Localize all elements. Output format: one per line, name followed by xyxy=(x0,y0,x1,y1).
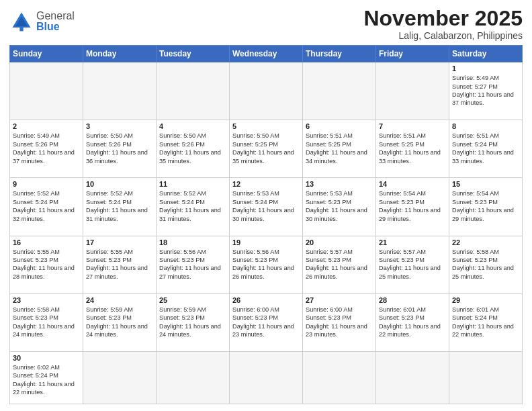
day-number: 25 xyxy=(159,296,226,304)
table-row: 3Sunrise: 5:50 AMSunset: 5:26 PMDaylight… xyxy=(83,120,157,178)
day-info: Sunrise: 5:51 AMSunset: 5:25 PMDaylight:… xyxy=(379,132,446,165)
day-info: Sunrise: 6:01 AMSunset: 5:24 PMDaylight:… xyxy=(452,306,519,339)
page: General Blue November 2025 Lalig, Calaba… xyxy=(0,0,532,411)
calendar-week-row: 1Sunrise: 5:49 AMSunset: 5:27 PMDaylight… xyxy=(10,62,523,120)
table-row: 6Sunrise: 5:51 AMSunset: 5:25 PMDaylight… xyxy=(303,120,376,178)
day-info: Sunrise: 5:53 AMSunset: 5:24 PMDaylight:… xyxy=(232,189,300,223)
day-info: Sunrise: 5:58 AMSunset: 5:23 PMDaylight:… xyxy=(13,306,80,339)
table-row xyxy=(230,351,303,404)
table-row: 11Sunrise: 5:52 AMSunset: 5:24 PMDayligh… xyxy=(157,178,230,236)
calendar-week-row: 23Sunrise: 5:58 AMSunset: 5:23 PMDayligh… xyxy=(10,293,523,351)
day-number: 15 xyxy=(452,180,519,188)
day-info: Sunrise: 5:56 AMSunset: 5:23 PMDaylight:… xyxy=(232,248,300,281)
logo-blue: Blue xyxy=(36,21,75,32)
table-row: 12Sunrise: 5:53 AMSunset: 5:24 PMDayligh… xyxy=(230,178,303,236)
table-row xyxy=(157,351,230,404)
table-row: 23Sunrise: 5:58 AMSunset: 5:23 PMDayligh… xyxy=(10,293,83,351)
table-row: 5Sunrise: 5:50 AMSunset: 5:25 PMDaylight… xyxy=(230,120,303,178)
day-info: Sunrise: 5:52 AMSunset: 5:24 PMDaylight:… xyxy=(13,189,80,223)
day-info: Sunrise: 5:49 AMSunset: 5:26 PMDaylight:… xyxy=(13,132,80,165)
day-number: 13 xyxy=(306,180,373,188)
day-info: Sunrise: 5:51 AMSunset: 5:24 PMDaylight:… xyxy=(452,132,519,165)
table-row xyxy=(230,62,303,120)
header: General Blue November 2025 Lalig, Calaba… xyxy=(9,7,523,41)
day-info: Sunrise: 5:50 AMSunset: 5:26 PMDaylight:… xyxy=(159,132,226,165)
day-number: 4 xyxy=(159,122,226,130)
day-info: Sunrise: 5:51 AMSunset: 5:25 PMDaylight:… xyxy=(306,132,373,165)
day-info: Sunrise: 5:52 AMSunset: 5:24 PMDaylight:… xyxy=(86,189,153,223)
day-number: 16 xyxy=(13,238,80,246)
day-number: 28 xyxy=(379,296,446,304)
table-row: 4Sunrise: 5:50 AMSunset: 5:26 PMDaylight… xyxy=(157,120,230,178)
day-number: 5 xyxy=(232,122,300,130)
title-block: November 2025 Lalig, Calabarzon, Philipp… xyxy=(363,7,523,41)
calendar-week-row: 2Sunrise: 5:49 AMSunset: 5:26 PMDaylight… xyxy=(10,120,523,178)
table-row: 9Sunrise: 5:52 AMSunset: 5:24 PMDaylight… xyxy=(10,178,83,236)
table-row: 26Sunrise: 6:00 AMSunset: 5:23 PMDayligh… xyxy=(230,293,303,351)
header-saturday: Saturday xyxy=(449,46,523,62)
table-row xyxy=(303,351,376,404)
table-row xyxy=(83,351,157,404)
table-row: 7Sunrise: 5:51 AMSunset: 5:25 PMDaylight… xyxy=(376,120,449,178)
table-row: 27Sunrise: 6:00 AMSunset: 5:23 PMDayligh… xyxy=(303,293,376,351)
table-row xyxy=(303,62,376,120)
day-number: 1 xyxy=(452,64,519,73)
table-row: 21Sunrise: 5:57 AMSunset: 5:23 PMDayligh… xyxy=(376,236,449,293)
day-info: Sunrise: 5:53 AMSunset: 5:23 PMDaylight:… xyxy=(306,189,373,223)
calendar-week-row: 16Sunrise: 5:55 AMSunset: 5:23 PMDayligh… xyxy=(10,236,523,293)
table-row: 14Sunrise: 5:54 AMSunset: 5:23 PMDayligh… xyxy=(376,178,449,236)
day-info: Sunrise: 6:01 AMSunset: 5:23 PMDaylight:… xyxy=(379,306,446,339)
table-row: 28Sunrise: 6:01 AMSunset: 5:23 PMDayligh… xyxy=(376,293,449,351)
day-number: 2 xyxy=(13,122,80,130)
calendar: Sunday Monday Tuesday Wednesday Thursday… xyxy=(9,45,523,404)
table-row: 25Sunrise: 5:59 AMSunset: 5:23 PMDayligh… xyxy=(157,293,230,351)
day-info: Sunrise: 5:57 AMSunset: 5:23 PMDaylight:… xyxy=(306,248,373,281)
day-number: 24 xyxy=(86,296,153,304)
day-number: 26 xyxy=(232,296,300,304)
table-row: 24Sunrise: 5:59 AMSunset: 5:23 PMDayligh… xyxy=(83,293,157,351)
table-row: 8Sunrise: 5:51 AMSunset: 5:24 PMDaylight… xyxy=(449,120,523,178)
header-sunday: Sunday xyxy=(10,46,83,62)
calendar-week-row: 9Sunrise: 5:52 AMSunset: 5:24 PMDaylight… xyxy=(10,178,523,236)
table-row: 13Sunrise: 5:53 AMSunset: 5:23 PMDayligh… xyxy=(303,178,376,236)
day-number: 10 xyxy=(86,180,153,188)
day-info: Sunrise: 5:52 AMSunset: 5:24 PMDaylight:… xyxy=(159,189,226,223)
logo: General Blue xyxy=(9,7,75,34)
day-info: Sunrise: 5:58 AMSunset: 5:23 PMDaylight:… xyxy=(452,248,519,281)
header-friday: Friday xyxy=(376,46,449,62)
day-number: 11 xyxy=(159,180,226,188)
calendar-week-row: 30Sunrise: 6:02 AMSunset: 5:24 PMDayligh… xyxy=(10,351,523,404)
day-info: Sunrise: 6:02 AMSunset: 5:24 PMDaylight:… xyxy=(13,363,80,397)
table-row: 30Sunrise: 6:02 AMSunset: 5:24 PMDayligh… xyxy=(10,351,83,404)
day-number: 3 xyxy=(86,122,153,130)
table-row xyxy=(376,62,449,120)
table-row: 17Sunrise: 5:55 AMSunset: 5:23 PMDayligh… xyxy=(83,236,157,293)
day-number: 23 xyxy=(13,296,80,304)
day-number: 20 xyxy=(306,238,373,246)
day-info: Sunrise: 5:54 AMSunset: 5:23 PMDaylight:… xyxy=(452,189,519,223)
day-number: 30 xyxy=(13,354,80,362)
table-row: 16Sunrise: 5:55 AMSunset: 5:23 PMDayligh… xyxy=(10,236,83,293)
table-row xyxy=(449,351,523,404)
day-info: Sunrise: 5:54 AMSunset: 5:23 PMDaylight:… xyxy=(379,189,446,223)
day-number: 8 xyxy=(452,122,519,130)
location: Lalig, Calabarzon, Philippines xyxy=(363,30,523,41)
day-info: Sunrise: 5:55 AMSunset: 5:23 PMDaylight:… xyxy=(86,248,153,281)
day-number: 19 xyxy=(232,238,300,246)
day-number: 17 xyxy=(86,238,153,246)
day-info: Sunrise: 5:50 AMSunset: 5:26 PMDaylight:… xyxy=(86,132,153,165)
table-row: 22Sunrise: 5:58 AMSunset: 5:23 PMDayligh… xyxy=(449,236,523,293)
table-row xyxy=(376,351,449,404)
month-title: November 2025 xyxy=(363,7,523,30)
day-number: 14 xyxy=(379,180,446,188)
logo-icon xyxy=(9,9,34,34)
logo-general: General xyxy=(36,11,75,21)
day-number: 21 xyxy=(379,238,446,246)
table-row: 18Sunrise: 5:56 AMSunset: 5:23 PMDayligh… xyxy=(157,236,230,293)
day-info: Sunrise: 5:59 AMSunset: 5:23 PMDaylight:… xyxy=(159,306,226,339)
day-number: 22 xyxy=(452,238,519,246)
table-row: 19Sunrise: 5:56 AMSunset: 5:23 PMDayligh… xyxy=(230,236,303,293)
day-number: 6 xyxy=(306,122,373,130)
day-info: Sunrise: 5:56 AMSunset: 5:23 PMDaylight:… xyxy=(159,248,226,281)
header-wednesday: Wednesday xyxy=(230,46,303,62)
